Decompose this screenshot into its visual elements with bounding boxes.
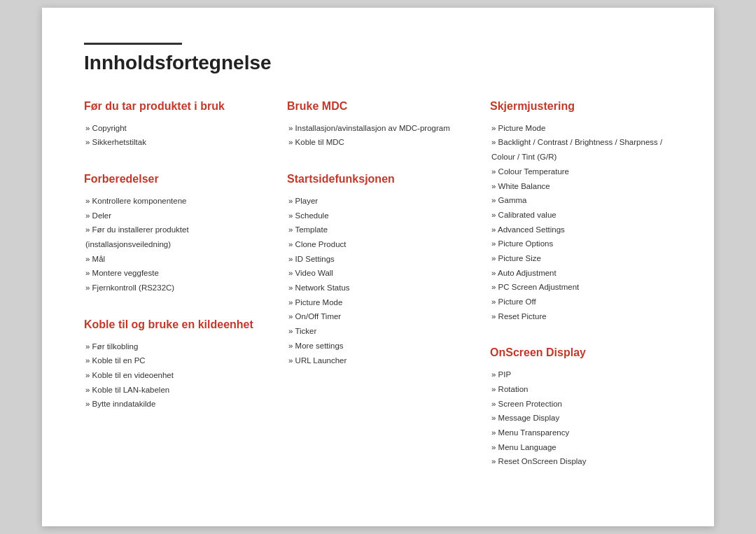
section-title-2-1: OnScreen Display xyxy=(490,346,672,360)
section-title-0-2: Koble til og bruke en kildeenhet xyxy=(84,318,266,332)
list-item[interactable]: Copyright xyxy=(84,121,266,136)
section-title-2-0: Skjermjustering xyxy=(490,99,672,114)
section-items-0-0: CopyrightSikkerhetstiltak xyxy=(84,121,266,150)
list-item[interactable]: Auto Adjustment xyxy=(490,266,672,281)
list-item[interactable]: Mål xyxy=(84,252,266,267)
list-item[interactable]: Menu Language xyxy=(490,440,672,455)
list-item[interactable]: Picture Off xyxy=(490,295,672,309)
section-title-0-0: Før du tar produktet i bruk xyxy=(84,99,266,114)
list-item[interactable]: Kontrollere komponentene xyxy=(84,194,266,209)
section-1-1: StartsidefunksjonenPlayerScheduleTemplat… xyxy=(287,172,469,367)
list-item[interactable]: Picture Mode xyxy=(287,295,469,310)
list-item[interactable]: Koble til en videoenhet xyxy=(84,368,266,383)
list-item[interactable]: White Balance xyxy=(490,179,672,194)
list-item[interactable]: Picture Mode xyxy=(490,121,672,136)
section-items-2-1: PIPRotationScreen ProtectionMessage Disp… xyxy=(490,367,672,469)
list-item[interactable]: Før tilkobling xyxy=(84,339,266,354)
section-title-1-1: Startsidefunksjonen xyxy=(287,172,469,187)
column-2: SkjermjusteringPicture ModeBacklight / C… xyxy=(490,99,672,491)
list-item[interactable]: Før du installerer produktet (installasj… xyxy=(84,223,266,251)
content-columns: Før du tar produktet i brukCopyrightSikk… xyxy=(84,99,672,491)
list-item[interactable]: Video Wall xyxy=(287,266,469,281)
list-item[interactable]: Fjernkontroll (RS232C) xyxy=(84,281,266,295)
list-item[interactable]: Rotation xyxy=(490,382,672,397)
list-item[interactable]: URL Launcher xyxy=(287,353,469,368)
list-item[interactable]: Picture Options xyxy=(490,237,672,251)
section-0-2: Koble til og bruke en kildeenhetFør tilk… xyxy=(84,318,266,412)
section-title-0-1: Forberedelser xyxy=(84,172,266,187)
title-section: Innholdsfortegnelse xyxy=(84,43,672,74)
list-item[interactable]: Advanced Settings xyxy=(490,223,672,237)
section-2-0: SkjermjusteringPicture ModeBacklight / C… xyxy=(490,99,672,323)
page: Innholdsfortegnelse Før du tar produktet… xyxy=(42,8,714,526)
list-item[interactable]: Montere veggfeste xyxy=(84,266,266,281)
section-items-0-2: Før tilkoblingKoble til en PCKoble til e… xyxy=(84,339,266,412)
section-0-1: ForberedelserKontrollere komponenteneDel… xyxy=(84,172,266,295)
section-items-1-1: PlayerScheduleTemplateClone ProductID Se… xyxy=(287,194,469,367)
title-bar xyxy=(84,43,182,45)
list-item[interactable]: More settings xyxy=(287,339,469,353)
section-0-0: Før du tar produktet i brukCopyrightSikk… xyxy=(84,99,266,150)
list-item[interactable]: Player xyxy=(287,194,469,209)
list-item[interactable]: Gamma xyxy=(490,193,672,208)
column-1: Bruke MDCInstallasjon/avinstallasjon av … xyxy=(287,99,469,491)
list-item[interactable]: Picture Size xyxy=(490,251,672,266)
list-item[interactable]: Backlight / Contrast / Brightness / Shar… xyxy=(490,135,672,164)
list-item[interactable]: Koble til LAN-kabelen xyxy=(84,383,266,398)
page-title: Innholdsfortegnelse xyxy=(84,52,672,74)
list-item[interactable]: Sikkerhetstiltak xyxy=(84,135,266,150)
list-item[interactable]: Deler xyxy=(84,209,266,223)
list-item[interactable]: Template xyxy=(287,223,469,237)
list-item[interactable]: Clone Product xyxy=(287,237,469,252)
list-item[interactable]: Network Status xyxy=(287,281,469,295)
column-0: Før du tar produktet i brukCopyrightSikk… xyxy=(84,99,266,491)
list-item[interactable]: On/Off Timer xyxy=(287,309,469,324)
list-item[interactable]: Menu Transparency xyxy=(490,426,672,440)
section-title-1-0: Bruke MDC xyxy=(287,99,469,114)
list-item[interactable]: PC Screen Adjustment xyxy=(490,280,672,295)
list-item[interactable]: Schedule xyxy=(287,209,469,223)
list-item[interactable]: Bytte inndatakilde xyxy=(84,397,266,412)
section-1-0: Bruke MDCInstallasjon/avinstallasjon av … xyxy=(287,99,469,150)
list-item[interactable]: Calibrated value xyxy=(490,208,672,223)
section-items-1-0: Installasjon/avinstallasjon av MDC-progr… xyxy=(287,121,469,150)
list-item[interactable]: Koble til en PC xyxy=(84,353,266,368)
list-item[interactable]: Ticker xyxy=(287,324,469,339)
section-2-1: OnScreen DisplayPIPRotationScreen Protec… xyxy=(490,346,672,469)
list-item[interactable]: Installasjon/avinstallasjon av MDC-progr… xyxy=(287,121,469,136)
list-item[interactable]: Colour Temperature xyxy=(490,164,672,179)
list-item[interactable]: Screen Protection xyxy=(490,397,672,412)
section-items-0-1: Kontrollere komponenteneDelerFør du inst… xyxy=(84,194,266,295)
list-item[interactable]: PIP xyxy=(490,367,672,382)
list-item[interactable]: ID Settings xyxy=(287,252,469,267)
list-item[interactable]: Reset OnScreen Display xyxy=(490,454,672,469)
list-item[interactable]: Koble til MDC xyxy=(287,135,469,150)
section-items-2-0: Picture ModeBacklight / Contrast / Brigh… xyxy=(490,121,672,324)
list-item[interactable]: Reset Picture xyxy=(490,309,672,324)
list-item[interactable]: Message Display xyxy=(490,411,672,426)
